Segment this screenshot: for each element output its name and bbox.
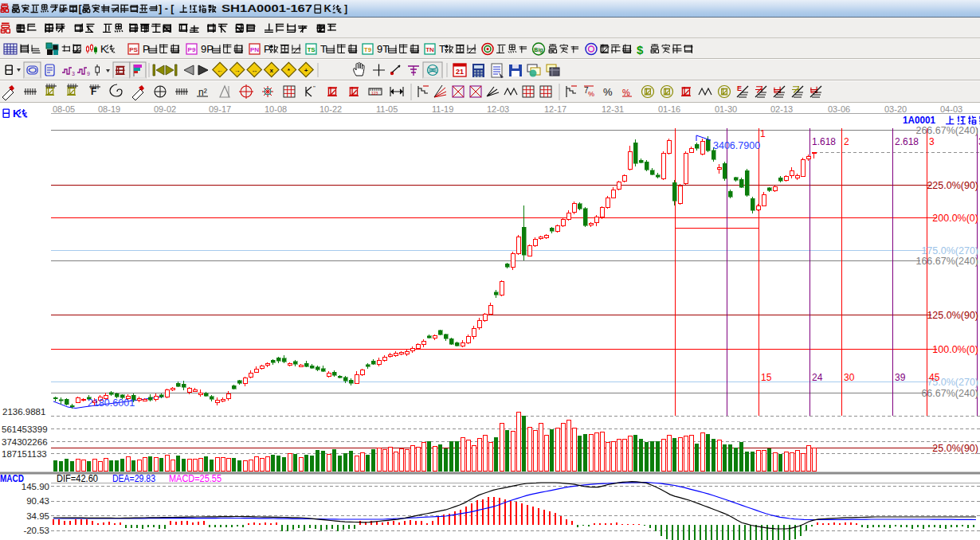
svg-text:04-03: 04-03 bbox=[940, 104, 962, 114]
svg-text:39: 39 bbox=[895, 372, 906, 383]
svg-text:←: ← bbox=[217, 67, 223, 74]
svg-text:2180.6001: 2180.6001 bbox=[88, 397, 135, 409]
svg-text:08-05: 08-05 bbox=[53, 104, 75, 114]
svg-text:21: 21 bbox=[456, 68, 464, 76]
svg-text:Big: Big bbox=[534, 47, 543, 53]
svg-text:125.0%(90): 125.0%(90) bbox=[927, 310, 978, 321]
svg-text:E: E bbox=[737, 84, 742, 92]
svg-text:01-30: 01-30 bbox=[715, 104, 737, 114]
svg-text:100.0%(0): 100.0%(0) bbox=[932, 344, 978, 355]
svg-text:1A0001: 1A0001 bbox=[903, 114, 935, 126]
svg-text:x: x bbox=[270, 67, 274, 74]
svg-text:3: 3 bbox=[929, 136, 935, 147]
svg-text:9: 9 bbox=[87, 71, 90, 76]
svg-text:→: → bbox=[234, 67, 241, 74]
svg-text:P: P bbox=[264, 43, 271, 55]
svg-text:%: % bbox=[588, 90, 594, 98]
svg-text:10-08: 10-08 bbox=[265, 104, 287, 114]
svg-text:1: 1 bbox=[760, 128, 766, 139]
svg-text:561453399: 561453399 bbox=[2, 425, 48, 434]
svg-text:30: 30 bbox=[844, 372, 855, 383]
svg-text:PN: PN bbox=[250, 46, 259, 53]
svg-text:$: $ bbox=[637, 43, 644, 57]
svg-text:3406.7900: 3406.7900 bbox=[713, 140, 760, 151]
svg-text:01-16: 01-16 bbox=[658, 104, 680, 114]
svg-text:T: T bbox=[439, 43, 445, 55]
svg-text:03-06: 03-06 bbox=[828, 104, 850, 114]
svg-text:] - [: ] - [ bbox=[159, 3, 174, 14]
svg-text:DIF=42.60: DIF=42.60 bbox=[57, 473, 98, 484]
svg-text:-20.53: -20.53 bbox=[23, 526, 49, 535]
svg-text:DEA=29.83: DEA=29.83 bbox=[112, 473, 155, 484]
svg-text:09-17: 09-17 bbox=[209, 104, 231, 114]
svg-text:+: + bbox=[304, 67, 308, 74]
svg-text:%: % bbox=[603, 86, 613, 98]
svg-text:MACD: MACD bbox=[0, 473, 24, 484]
svg-text:123: 123 bbox=[371, 91, 378, 96]
svg-text:25.0%(90): 25.0%(90) bbox=[932, 443, 978, 454]
svg-text:TN: TN bbox=[425, 46, 434, 53]
svg-text:374302266: 374302266 bbox=[2, 437, 48, 447]
svg-text:45: 45 bbox=[929, 372, 940, 383]
svg-text:145.90: 145.90 bbox=[22, 482, 49, 491]
svg-text:12-31: 12-31 bbox=[602, 104, 624, 114]
svg-text:K: K bbox=[100, 43, 108, 55]
svg-text:11-05: 11-05 bbox=[376, 104, 398, 114]
svg-text:K: K bbox=[324, 2, 332, 14]
svg-text:187151133: 187151133 bbox=[2, 449, 47, 459]
svg-text:90.43: 90.43 bbox=[26, 496, 49, 506]
svg-text:2136.9881: 2136.9881 bbox=[2, 407, 45, 417]
svg-text:2: 2 bbox=[844, 136, 849, 147]
svg-text:15: 15 bbox=[761, 372, 772, 383]
svg-text:3: 3 bbox=[72, 71, 75, 76]
svg-text:9T: 9T bbox=[377, 43, 389, 55]
svg-text:": " bbox=[313, 84, 316, 92]
svg-text:12-03: 12-03 bbox=[487, 104, 509, 114]
svg-text:02-13: 02-13 bbox=[770, 104, 793, 114]
svg-text:TS: TS bbox=[307, 46, 316, 53]
svg-text:225.0%(90): 225.0%(90) bbox=[927, 180, 978, 191]
svg-text:266.67%(240): 266.67%(240) bbox=[915, 125, 978, 136]
svg-text:34.95: 34.95 bbox=[26, 511, 49, 521]
svg-text:1.618: 1.618 bbox=[812, 136, 836, 147]
svg-text:12-17: 12-17 bbox=[544, 104, 566, 114]
svg-text:66.67%(240): 66.67%(240) bbox=[921, 388, 978, 399]
svg-text:T9: T9 bbox=[364, 46, 372, 53]
svg-text:166.67%(240): 166.67%(240) bbox=[915, 256, 978, 267]
svg-text:↔: ↔ bbox=[251, 67, 257, 74]
svg-text:MACD=25.55: MACD=25.55 bbox=[169, 473, 221, 484]
svg-text:SH1A0001-167: SH1A0001-167 bbox=[221, 2, 312, 14]
svg-text:10-22: 10-22 bbox=[319, 104, 342, 114]
svg-text:PS: PS bbox=[129, 46, 138, 53]
svg-text:175.0%(270): 175.0%(270) bbox=[921, 245, 978, 256]
svg-text:09-02: 09-02 bbox=[154, 104, 176, 114]
svg-text:200.0%(0): 200.0%(0) bbox=[932, 213, 978, 224]
svg-text:]: ] bbox=[344, 3, 347, 14]
svg-text:2.618: 2.618 bbox=[895, 136, 919, 147]
svg-text:03-20: 03-20 bbox=[884, 104, 907, 114]
svg-text:11-19: 11-19 bbox=[432, 104, 453, 114]
svg-text:P9: P9 bbox=[188, 46, 196, 53]
svg-text:08-19: 08-19 bbox=[98, 104, 120, 114]
svg-text:%: % bbox=[622, 88, 630, 97]
svg-text:24: 24 bbox=[812, 372, 823, 383]
